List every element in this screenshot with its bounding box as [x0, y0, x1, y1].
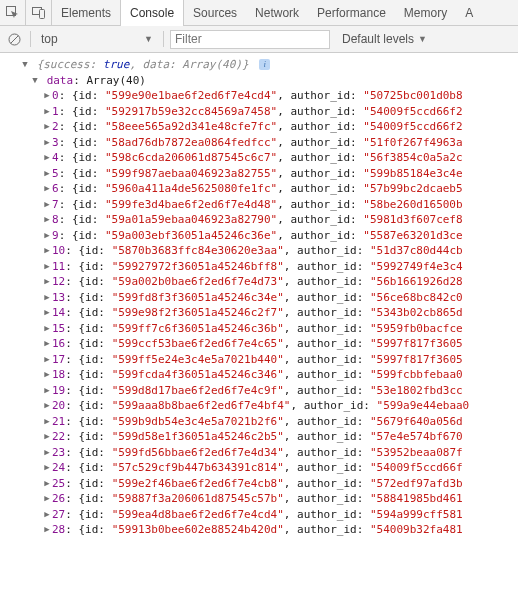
disclosure-triangle-icon[interactable] [30, 73, 40, 89]
disclosure-triangle-icon[interactable] [42, 321, 52, 337]
array-item[interactable]: 5: {id: "599f987aebaa046923a82755", auth… [2, 166, 518, 182]
disclosure-triangle-icon[interactable] [42, 491, 52, 507]
array-item[interactable]: 26: {id: "59887f3a206061d87545c57b", aut… [2, 491, 518, 507]
disclosure-triangle-icon[interactable] [42, 383, 52, 399]
disclosure-triangle-icon[interactable] [42, 352, 52, 368]
chevron-down-icon: ▼ [418, 34, 427, 44]
disclosure-triangle-icon[interactable] [42, 243, 52, 259]
context-selector[interactable]: top ▼ [37, 32, 157, 46]
array-item[interactable]: 18: {id: "599fcda4f36051a45246c346", aut… [2, 367, 518, 383]
disclosure-triangle-icon[interactable] [42, 336, 52, 352]
disclosure-triangle-icon[interactable] [42, 135, 52, 151]
array-item[interactable]: 15: {id: "599ff7c6f36051a45246c36b", aut… [2, 321, 518, 337]
array-item[interactable]: 2: {id: "58eee565a92d341e48cfe7fc", auth… [2, 119, 518, 135]
array-item[interactable]: 7: {id: "599fe3d4bae6f2ed6f7e4d48", auth… [2, 197, 518, 213]
disclosure-triangle-icon[interactable] [42, 398, 52, 414]
disclosure-triangle-icon[interactable] [42, 476, 52, 492]
clear-console-icon[interactable] [4, 29, 24, 49]
array-item[interactable]: 24: {id: "57c529cf9b447b634391c814", aut… [2, 460, 518, 476]
array-item[interactable]: 13: {id: "599fd8f3f36051a45246c34e", aut… [2, 290, 518, 306]
svg-rect-2 [39, 9, 44, 18]
disclosure-triangle-icon[interactable] [42, 274, 52, 290]
disclosure-triangle-icon[interactable] [42, 460, 52, 476]
disclosure-triangle-icon[interactable] [42, 522, 52, 538]
array-item[interactable]: 0: {id: "599e90e1bae6f2ed6f7e4cd4", auth… [2, 88, 518, 104]
disclosure-triangle-icon[interactable] [42, 305, 52, 321]
disclosure-triangle-icon[interactable] [42, 507, 52, 523]
tab-elements[interactable]: Elements [52, 0, 120, 26]
tab-memory[interactable]: Memory [395, 0, 456, 26]
separator [163, 31, 164, 47]
disclosure-triangle-icon[interactable] [42, 104, 52, 120]
disclosure-triangle-icon[interactable] [42, 181, 52, 197]
inspect-element-icon[interactable] [0, 0, 26, 26]
disclosure-triangle-icon[interactable] [42, 119, 52, 135]
info-icon[interactable]: i [259, 59, 270, 70]
array-item[interactable]: 1: {id: "592917b59e32cc84569a7458", auth… [2, 104, 518, 120]
array-item[interactable]: 10: {id: "5870b3683ffc84e30620e3aa", aut… [2, 243, 518, 259]
array-item[interactable]: 12: {id: "59a002b0bae6f2ed6f7e4d73", aut… [2, 274, 518, 290]
tab-console[interactable]: Console [120, 0, 184, 26]
property-data[interactable]: data: Array(40) [2, 73, 518, 89]
disclosure-triangle-icon[interactable] [20, 57, 30, 73]
tab-performance[interactable]: Performance [308, 0, 395, 26]
array-item[interactable]: 6: {id: "5960a411a4de5625080fe1fc", auth… [2, 181, 518, 197]
chevron-down-icon: ▼ [144, 34, 153, 44]
disclosure-triangle-icon[interactable] [42, 445, 52, 461]
object-preview-root[interactable]: {success: true, data: Array(40)} i [2, 57, 518, 73]
levels-label: Default levels [342, 32, 414, 46]
disclosure-triangle-icon[interactable] [42, 212, 52, 228]
console-output: {success: true, data: Array(40)} i data:… [0, 53, 518, 538]
svg-line-4 [10, 35, 18, 43]
tab-network[interactable]: Network [246, 0, 308, 26]
array-item[interactable]: 21: {id: "599b9db54e3c4e5a7021b2f6", aut… [2, 414, 518, 430]
disclosure-triangle-icon[interactable] [42, 367, 52, 383]
array-item[interactable]: 19: {id: "599d8d17bae6f2ed6f7e4c9f", aut… [2, 383, 518, 399]
disclosure-triangle-icon[interactable] [42, 228, 52, 244]
separator [30, 31, 31, 47]
array-item[interactable]: 17: {id: "599ff5e24e3c4e5a7021b440", aut… [2, 352, 518, 368]
array-item[interactable]: 23: {id: "599fd56bbae6f2ed6f7e4d34", aut… [2, 445, 518, 461]
toggle-device-icon[interactable] [26, 0, 52, 26]
array-item[interactable]: 8: {id: "59a01a59ebaa046923a82790", auth… [2, 212, 518, 228]
disclosure-triangle-icon[interactable] [42, 259, 52, 275]
array-item[interactable]: 22: {id: "599d58e1f36051a45246c2b5", aut… [2, 429, 518, 445]
disclosure-triangle-icon[interactable] [42, 290, 52, 306]
array-item[interactable]: 11: {id: "59927972f36051a45246bff8", aut… [2, 259, 518, 275]
log-levels-selector[interactable]: Default levels ▼ [336, 32, 427, 46]
array-item[interactable]: 16: {id: "599ccf53bae6f2ed6f7e4c65", aut… [2, 336, 518, 352]
array-item[interactable]: 25: {id: "599e2f46bae6f2ed6f7e4cb8", aut… [2, 476, 518, 492]
array-item[interactable]: 3: {id: "58ad76db7872ea0864fedfcc", auth… [2, 135, 518, 151]
array-item[interactable]: 14: {id: "599e98f2f36051a45246c2f7", aut… [2, 305, 518, 321]
context-label: top [41, 32, 58, 46]
filter-input[interactable] [170, 30, 330, 49]
array-item[interactable]: 28: {id: "59913b0bee602e88524b420d", aut… [2, 522, 518, 538]
array-item[interactable]: 27: {id: "599ea4d8bae6f2ed6f7e4cd4", aut… [2, 507, 518, 523]
tab-overflow[interactable]: A [456, 0, 482, 26]
disclosure-triangle-icon[interactable] [42, 166, 52, 182]
disclosure-triangle-icon[interactable] [42, 429, 52, 445]
array-item[interactable]: 4: {id: "598c6cda206061d87545c6c7", auth… [2, 150, 518, 166]
array-item[interactable]: 20: {id: "599aaa8b8bae6f2ed6f7e4bf4", au… [2, 398, 518, 414]
tab-sources[interactable]: Sources [184, 0, 246, 26]
console-filter-bar: top ▼ Default levels ▼ [0, 26, 518, 53]
disclosure-triangle-icon[interactable] [42, 414, 52, 430]
devtools-tab-bar: Elements Console Sources Network Perform… [0, 0, 518, 26]
disclosure-triangle-icon[interactable] [42, 88, 52, 104]
array-item[interactable]: 9: {id: "59a003ebf36051a45246c36e", auth… [2, 228, 518, 244]
disclosure-triangle-icon[interactable] [42, 197, 52, 213]
disclosure-triangle-icon[interactable] [42, 150, 52, 166]
